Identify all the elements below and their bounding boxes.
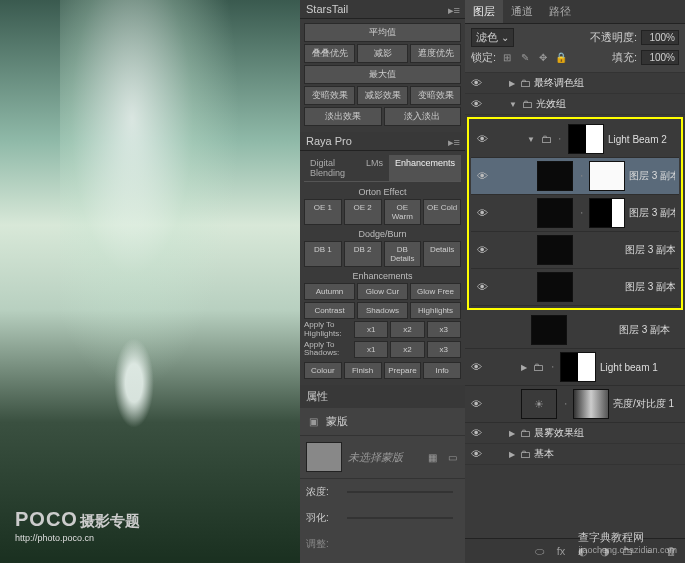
stars-btn[interactable]: 减影: [357, 44, 408, 63]
lock-position-icon[interactable]: ✥: [536, 51, 550, 65]
stars-btn[interactable]: 淡出效果: [304, 107, 382, 126]
layer-subgroup[interactable]: 👁▶🗀⬝Light beam 1: [465, 349, 685, 386]
feather-slider[interactable]: 羽化:: [300, 505, 465, 531]
btn-db2[interactable]: DB 2: [344, 241, 382, 267]
btn-prepare[interactable]: Prepare: [384, 362, 422, 379]
btn-oe2[interactable]: OE 2: [344, 199, 382, 225]
layer-row[interactable]: 图层 3 副本: [465, 312, 685, 349]
visibility-icon[interactable]: 👁: [469, 361, 483, 373]
lock-transparency-icon[interactable]: ⊞: [500, 51, 514, 65]
btn-finish[interactable]: Finish: [344, 362, 382, 379]
btn-details[interactable]: Details: [423, 241, 461, 267]
btn-shadows[interactable]: Shadows: [357, 302, 408, 319]
panel-menu-icon[interactable]: ▸≡: [448, 136, 460, 149]
visibility-icon[interactable]: 👁: [475, 244, 489, 256]
btn-hx1[interactable]: x1: [354, 321, 388, 338]
group-basic[interactable]: 👁▶🗀基本: [465, 444, 685, 465]
visibility-icon[interactable]: 👁: [469, 427, 483, 439]
btn-hx3[interactable]: x3: [427, 321, 461, 338]
opacity-value[interactable]: 100%: [641, 30, 679, 45]
layer-thumb[interactable]: [537, 235, 573, 265]
stars-btn[interactable]: 遮度优先: [410, 44, 461, 63]
stars-btn[interactable]: 变暗效果: [304, 86, 355, 105]
layer-row-selected[interactable]: 👁⬝图层 3 副本 2: [471, 158, 679, 195]
btn-oecold[interactable]: OE Cold: [423, 199, 461, 225]
fx-icon[interactable]: fx: [553, 543, 569, 559]
visibility-icon[interactable]: 👁: [475, 281, 489, 293]
properties-header[interactable]: 属性: [300, 385, 465, 408]
mask-vector-icon[interactable]: ▭: [445, 450, 459, 464]
btn-colour[interactable]: Colour: [304, 362, 342, 379]
btn-glowfree[interactable]: Glow Free: [410, 283, 461, 300]
visibility-icon[interactable]: 👁: [475, 170, 489, 182]
raya-tab-enhancements[interactable]: Enhancements: [389, 155, 461, 181]
mask-pixel-icon[interactable]: ▦: [425, 450, 439, 464]
layer-row[interactable]: 👁图层 3 副本 5: [471, 269, 679, 306]
mask-thumb[interactable]: [568, 124, 604, 154]
tab-channels[interactable]: 通道: [503, 0, 541, 23]
raya-header[interactable]: Raya Pro▸≡: [300, 132, 465, 151]
group-light-effects[interactable]: 👁▼🗀光效组: [465, 94, 685, 115]
stars-btn[interactable]: 变暗效果: [410, 86, 461, 105]
mask-thumb[interactable]: [589, 161, 625, 191]
layer-row[interactable]: 👁图层 3 副本 6: [471, 232, 679, 269]
expand-icon[interactable]: ▶: [509, 79, 515, 88]
layer-thumb[interactable]: [531, 315, 567, 345]
mask-thumb[interactable]: [573, 389, 609, 419]
stars-btn-average[interactable]: 平均值: [304, 23, 461, 42]
visibility-icon[interactable]: 👁: [469, 98, 483, 110]
group-final-color[interactable]: 👁▶🗀最终调色组: [465, 73, 685, 94]
btn-autumn[interactable]: Autumn: [304, 283, 355, 300]
btn-dbdetails[interactable]: DB Details: [384, 241, 422, 267]
raya-tab-blending[interactable]: Digital Blending: [304, 155, 360, 181]
blend-mode-select[interactable]: 滤色 ⌄: [471, 28, 514, 47]
stars-btn-max[interactable]: 最大值: [304, 65, 461, 84]
visibility-icon[interactable]: 👁: [469, 77, 483, 89]
btn-hx2[interactable]: x2: [390, 321, 424, 338]
btn-sx2[interactable]: x2: [390, 341, 424, 358]
expand-icon[interactable]: ▼: [509, 100, 517, 109]
expand-icon[interactable]: ▶: [509, 429, 515, 438]
btn-sx3[interactable]: x3: [427, 341, 461, 358]
btn-contrast[interactable]: Contrast: [304, 302, 355, 319]
btn-sx1[interactable]: x1: [354, 341, 388, 358]
stars-btn[interactable]: 淡入淡出: [384, 107, 462, 126]
layer-adjustment[interactable]: 👁☀⬝亮度/对比度 1: [465, 386, 685, 423]
btn-db1[interactable]: DB 1: [304, 241, 342, 267]
link-layers-icon[interactable]: ⬭: [531, 543, 547, 559]
expand-icon[interactable]: ▶: [521, 363, 527, 372]
raya-tab-lms[interactable]: LMs: [360, 155, 389, 181]
visibility-icon[interactable]: 👁: [475, 133, 489, 145]
btn-info[interactable]: Info: [423, 362, 461, 379]
stars-btn[interactable]: 减影效果: [357, 86, 408, 105]
btn-oe1[interactable]: OE 1: [304, 199, 342, 225]
btn-oewarm[interactable]: OE Warm: [384, 199, 422, 225]
visibility-icon[interactable]: 👁: [469, 398, 483, 410]
group-dawn-fog[interactable]: 👁▶🗀晨雾效果组: [465, 423, 685, 444]
layer-thumb[interactable]: [537, 272, 573, 302]
layer-thumb[interactable]: [537, 161, 573, 191]
expand-icon[interactable]: ▼: [527, 135, 535, 144]
visibility-icon[interactable]: 👁: [475, 207, 489, 219]
mask-thumb[interactable]: [589, 198, 625, 228]
layer-subgroup[interactable]: 👁▼🗀⬝Light Beam 2: [471, 121, 679, 158]
starstail-title: StarsTail: [306, 3, 348, 15]
starstail-header[interactable]: StarsTail▸≡: [300, 0, 465, 19]
visibility-icon[interactable]: 👁: [469, 448, 483, 460]
btn-glowcur[interactable]: Glow Cur: [357, 283, 408, 300]
lock-pixels-icon[interactable]: ✎: [518, 51, 532, 65]
tab-layers[interactable]: 图层: [465, 0, 503, 23]
layer-row[interactable]: 👁⬝图层 3 副本 4: [471, 195, 679, 232]
mask-thumb[interactable]: [306, 442, 342, 472]
density-slider[interactable]: 浓度:: [300, 479, 465, 505]
stars-btn[interactable]: 叠叠优先: [304, 44, 355, 63]
tab-paths[interactable]: 路径: [541, 0, 579, 23]
fill-value[interactable]: 100%: [641, 50, 679, 65]
layer-thumb[interactable]: [537, 198, 573, 228]
mask-thumb[interactable]: [560, 352, 596, 382]
btn-highlights[interactable]: Highlights: [410, 302, 461, 319]
expand-icon[interactable]: ▶: [509, 450, 515, 459]
adjustment-icon[interactable]: ☀: [521, 389, 557, 419]
lock-all-icon[interactable]: 🔒: [554, 51, 568, 65]
panel-menu-icon[interactable]: ▸≡: [448, 4, 460, 17]
